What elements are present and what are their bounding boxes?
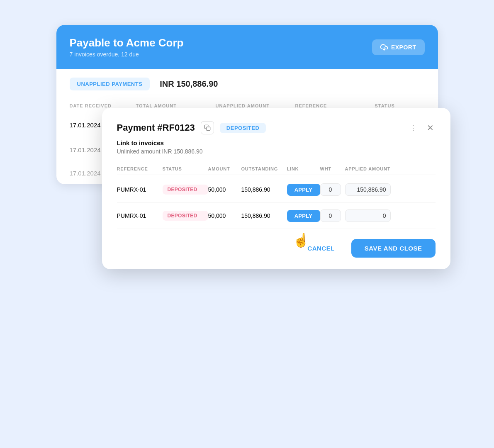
- modal-header: Payment #RF0123 DEPOSITED ⋮ ✕: [117, 121, 436, 134]
- applied-amount-input-2[interactable]: [345, 209, 391, 222]
- modal-footer: CANCEL SAVE AND CLOSE: [117, 239, 436, 258]
- apply-button-1[interactable]: APPLY: [287, 184, 320, 196]
- export-icon: [380, 44, 388, 51]
- modal-row1-amount: 50,000: [208, 186, 241, 193]
- modal-link-title: Link to invoices: [117, 139, 436, 146]
- svg-rect-1: [207, 127, 210, 131]
- modal-row2-status: DEPOSITED: [163, 211, 208, 221]
- modal-title-row: Payment #RF0123 DEPOSITED: [117, 121, 266, 134]
- modal-col-wht: WHT: [320, 166, 345, 171]
- modal-col-outstanding: OUTSTANDING: [241, 166, 287, 171]
- header-section: Payable to Acme Corp 7 invoices overdue,…: [56, 25, 438, 69]
- payment-modal: Payment #RF0123 DEPOSITED ⋮ ✕ Link to in…: [102, 108, 450, 269]
- copy-icon[interactable]: [201, 121, 214, 134]
- modal-actions: ⋮ ✕: [406, 121, 436, 134]
- page-title: Payable to Acme Corp: [70, 37, 184, 49]
- modal-row1-status: DEPOSITED: [163, 185, 208, 195]
- modal-status-badge: DEPOSITED: [220, 123, 266, 133]
- close-icon[interactable]: ✕: [425, 121, 436, 134]
- modal-row2-reference: PUMRX-01: [117, 212, 163, 219]
- modal-table-header: REFERENCE STATUS AMOUNT OUTSTANDING LINK…: [117, 163, 436, 175]
- unapplied-badge[interactable]: UNAPPLIED PAYMENTS: [70, 78, 150, 90]
- modal-unlinked-amount: Unlinked amount INR 150,886.90: [117, 148, 436, 155]
- more-options-icon[interactable]: ⋮: [406, 122, 420, 134]
- modal-col-amount: AMOUNT: [208, 166, 241, 171]
- modal-col-status: STATUS: [163, 166, 208, 171]
- cancel-button[interactable]: CANCEL: [297, 240, 345, 257]
- modal-row2-outstanding: 150,886.90: [241, 212, 287, 219]
- wht-input-1[interactable]: [320, 183, 341, 196]
- modal-col-reference: REFERENCE: [117, 166, 163, 171]
- modal-title: Payment #RF0123: [117, 122, 195, 133]
- header-text: Payable to Acme Corp 7 invoices overdue,…: [70, 37, 184, 58]
- modal-table-row: PUMRX-01 DEPOSITED 50,000 150,886.90 APP…: [117, 177, 436, 203]
- modal-col-applied: APPLIED AMOUNT: [345, 166, 436, 171]
- page-subtitle: 7 invoices overdue, 12 due: [70, 51, 184, 58]
- modal-table-row: PUMRX-01 DEPOSITED 50,000 150,886.90 APP…: [117, 203, 436, 229]
- export-button[interactable]: EXPORT: [372, 39, 425, 55]
- save-close-button[interactable]: SAVE AND CLOSE: [351, 239, 436, 258]
- modal-row1-reference: PUMRX-01: [117, 186, 163, 193]
- modal-col-link: LINK: [287, 166, 320, 171]
- unapplied-section: UNAPPLIED PAYMENTS INR 150,886.90: [56, 69, 438, 99]
- unapplied-amount: INR 150,886.90: [160, 79, 218, 89]
- modal-row1-outstanding: 150,886.90: [241, 186, 287, 193]
- wht-input-2[interactable]: [320, 209, 341, 222]
- apply-button-2[interactable]: APPLY: [287, 210, 320, 222]
- modal-row2-amount: 50,000: [208, 212, 241, 219]
- applied-amount-input-1[interactable]: [345, 183, 391, 196]
